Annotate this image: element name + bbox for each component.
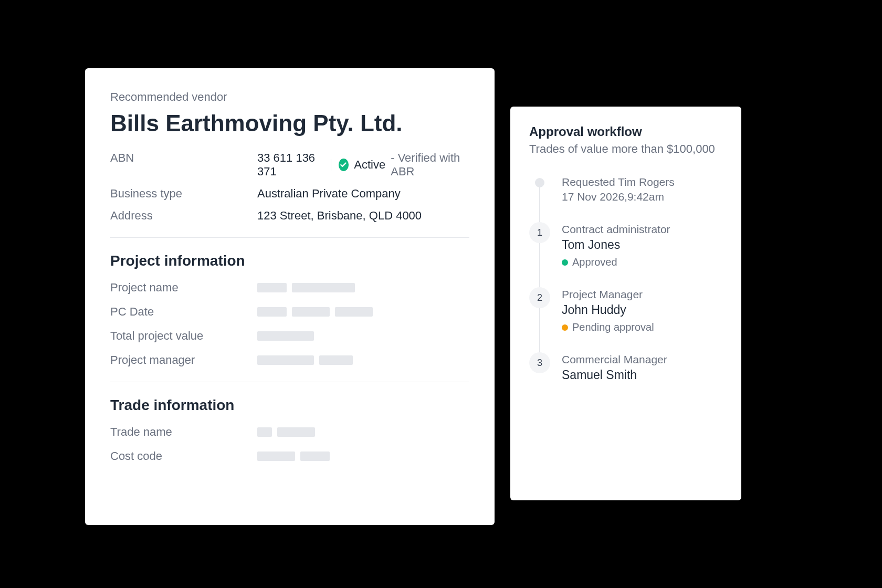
business-type-value: Australian Private Company (257, 187, 401, 201)
workflow-step-3: 3 Commercial Manager Samuel Smith (529, 352, 722, 386)
divider (331, 159, 331, 171)
cost-code-label: Cost code (110, 449, 257, 463)
business-type-label: Business type (110, 187, 257, 201)
skeleton-placeholder (257, 307, 373, 317)
step-status: Approved (562, 256, 670, 268)
status-text: Pending approval (572, 321, 654, 333)
abn-row: ABN 33 611 136 371 Active - Verified wit… (110, 151, 469, 178)
abn-status: Active (354, 158, 385, 172)
abn-value-group: 33 611 136 371 Active - Verified with AB… (257, 151, 469, 178)
project-manager-row: Project manager (110, 353, 469, 367)
workflow-title: Approval workflow (529, 124, 722, 139)
workflow-card: Approval workflow Trades of value more t… (510, 107, 741, 500)
step-role: Commercial Manager (562, 353, 667, 366)
workflow-step-1: 1 Contract administrator Tom Jones Appro… (529, 222, 722, 268)
requested-timestamp: 17 Nov 2026,9:42am (562, 191, 675, 203)
business-type-row: Business type Australian Private Company (110, 187, 469, 201)
timeline-line (539, 181, 540, 365)
timeline-start-marker (535, 178, 544, 187)
divider-line (110, 237, 469, 238)
status-dot-icon (562, 259, 568, 266)
address-value: 123 Street, Brisbane, QLD 4000 (257, 209, 422, 223)
step-number: 1 (529, 222, 550, 243)
step-person: Tom Jones (562, 238, 670, 252)
check-circle-icon (339, 159, 349, 171)
skeleton-placeholder (257, 452, 330, 461)
skeleton-placeholder (257, 331, 314, 341)
trade-name-row: Trade name (110, 425, 469, 439)
project-manager-label: Project manager (110, 353, 257, 367)
abn-verified: - Verified with ABR (391, 151, 469, 178)
skeleton-placeholder (257, 283, 355, 292)
vendor-card: Recommended vendor Bills Earthmoving Pty… (85, 68, 495, 525)
step-person: Samuel Smith (562, 368, 667, 382)
skeleton-placeholder (257, 427, 315, 437)
divider-line (110, 382, 469, 382)
project-section-title: Project information (110, 253, 469, 269)
requested-label: Requested Tim Rogers (562, 176, 675, 188)
abn-label: ABN (110, 151, 257, 178)
step-role: Project Manager (562, 288, 654, 301)
vendor-subtitle: Recommended vendor (110, 90, 469, 104)
cost-code-row: Cost code (110, 449, 469, 463)
abn-value: 33 611 136 371 (257, 151, 323, 178)
step-role: Contract administrator (562, 223, 670, 236)
pc-date-row: PC Date (110, 305, 469, 319)
pc-date-label: PC Date (110, 305, 257, 319)
address-label: Address (110, 209, 257, 223)
project-name-label: Project name (110, 281, 257, 295)
workflow-timeline: Requested Tim Rogers 17 Nov 2026,9:42am … (529, 175, 722, 386)
step-number: 3 (529, 352, 550, 373)
status-text: Approved (572, 256, 617, 268)
workflow-subtitle: Trades of value more than $100,000 (529, 142, 722, 156)
skeleton-placeholder (257, 355, 353, 365)
trade-name-label: Trade name (110, 425, 257, 439)
workflow-step-2: 2 Project Manager John Huddy Pending app… (529, 287, 722, 333)
vendor-name: Bills Earthmoving Pty. Ltd. (110, 110, 469, 136)
step-status: Pending approval (562, 321, 654, 333)
step-number: 2 (529, 287, 550, 308)
project-name-row: Project name (110, 281, 469, 295)
total-value-label: Total project value (110, 329, 257, 343)
workflow-step-requested: Requested Tim Rogers 17 Nov 2026,9:42am (529, 175, 722, 203)
step-person: John Huddy (562, 303, 654, 317)
status-dot-icon (562, 324, 568, 331)
total-value-row: Total project value (110, 329, 469, 343)
trade-section-title: Trade information (110, 397, 469, 414)
address-row: Address 123 Street, Brisbane, QLD 4000 (110, 209, 469, 223)
